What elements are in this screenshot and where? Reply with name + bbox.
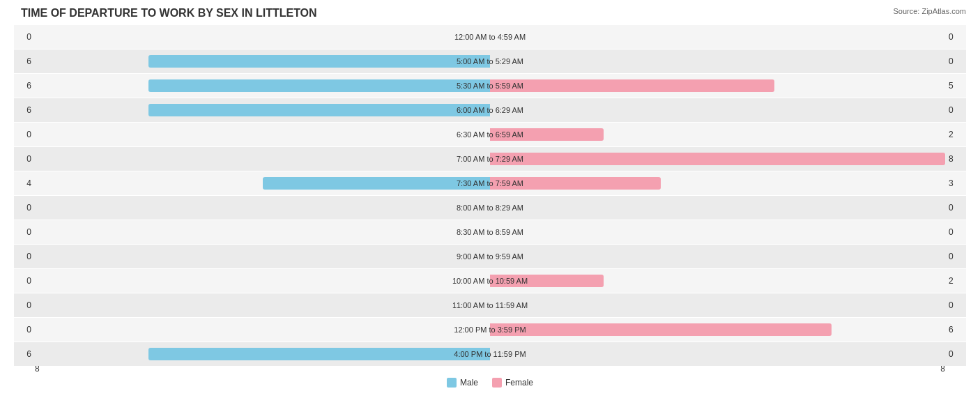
male-value: 6 — [14, 81, 35, 91]
male-value: 0 — [14, 252, 35, 261]
male-value: 0 — [14, 32, 35, 42]
male-bar — [148, 104, 490, 116]
female-value: 0 — [945, 227, 966, 237]
male-value: 6 — [14, 56, 35, 66]
legend-male-box — [447, 378, 457, 388]
female-value: 5 — [945, 81, 966, 91]
bars-area: 7:30 AM to 7:59 AM — [35, 171, 945, 195]
male-value: 0 — [14, 276, 35, 286]
time-label: 5:00 AM to 5:29 AM — [457, 57, 523, 66]
female-value: 8 — [945, 154, 966, 164]
legend-female-box — [492, 378, 502, 388]
legend: Male Female — [14, 378, 966, 388]
chart-row: 011:00 AM to 11:59 AM0 — [14, 293, 966, 317]
time-label: 8:00 AM to 8:29 AM — [457, 204, 523, 212]
male-value: 0 — [14, 154, 35, 164]
female-value: 0 — [945, 203, 966, 213]
time-label: 4:00 PM to 11:59 PM — [454, 350, 526, 358]
female-bar — [490, 323, 832, 336]
bars-area: 8:00 AM to 8:29 AM — [35, 196, 945, 220]
time-label: 7:30 AM to 7:59 AM — [457, 179, 523, 187]
chart-row: 08:00 AM to 8:29 AM0 — [14, 196, 966, 220]
chart-row: 08:30 AM to 8:59 AM0 — [14, 220, 966, 244]
chart-row: 06:30 AM to 6:59 AM2 — [14, 123, 966, 146]
chart-area: 012:00 AM to 4:59 AM065:00 AM to 5:29 AM… — [14, 25, 966, 362]
female-value: 0 — [945, 300, 966, 310]
female-value: 3 — [945, 178, 966, 188]
bars-area: 4:00 PM to 11:59 PM — [35, 342, 945, 366]
male-bar — [148, 348, 490, 360]
chart-row: 012:00 PM to 3:59 PM6 — [14, 318, 966, 342]
time-label: 9:00 AM to 9:59 AM — [457, 252, 523, 261]
legend-female: Female — [492, 378, 533, 388]
bars-area: 5:30 AM to 5:59 AM — [35, 74, 945, 98]
chart-row: 010:00 AM to 10:59 AM2 — [14, 269, 966, 293]
time-label: 6:00 AM to 6:29 AM — [457, 106, 523, 114]
chart-row: 65:00 AM to 5:29 AM0 — [14, 49, 966, 73]
chart-row: 64:00 PM to 11:59 PM0 — [14, 342, 966, 366]
male-value: 6 — [14, 349, 35, 359]
female-value: 2 — [945, 276, 966, 286]
female-value: 2 — [945, 130, 966, 139]
female-bar — [490, 79, 774, 92]
time-label: 7:00 AM to 7:29 AM — [457, 155, 523, 163]
bars-area: 9:00 AM to 9:59 AM — [35, 245, 945, 268]
time-label: 12:00 AM to 4:59 AM — [454, 33, 526, 41]
male-value: 0 — [14, 203, 35, 213]
male-value: 0 — [14, 325, 35, 335]
time-label: 10:00 AM to 10:59 AM — [452, 277, 528, 285]
chart-container: TIME OF DEPARTURE TO WORK BY SEX IN LITT… — [0, 0, 980, 414]
bars-area: 6:00 AM to 6:29 AM — [35, 98, 945, 122]
male-value: 6 — [14, 105, 35, 115]
legend-male-label: Male — [460, 378, 478, 388]
male-bar — [148, 79, 490, 92]
bars-area: 7:00 AM to 7:29 AM — [35, 147, 945, 171]
time-label: 11:00 AM to 11:59 AM — [452, 301, 528, 309]
male-value: 0 — [14, 300, 35, 310]
time-label: 6:30 AM to 6:59 AM — [457, 130, 523, 139]
female-bar — [490, 153, 945, 165]
bars-area: 10:00 AM to 10:59 AM — [35, 269, 945, 293]
female-value: 0 — [945, 32, 966, 42]
chart-row: 66:00 AM to 6:29 AM0 — [14, 98, 966, 122]
female-value: 0 — [945, 56, 966, 66]
bars-area: 5:00 AM to 5:29 AM — [35, 49, 945, 73]
chart-row: 65:30 AM to 5:59 AM5 — [14, 74, 966, 98]
male-value: 0 — [14, 130, 35, 139]
legend-male: Male — [447, 378, 478, 388]
bars-area: 8:30 AM to 8:59 AM — [35, 220, 945, 244]
time-label: 12:00 PM to 3:59 PM — [454, 325, 526, 334]
male-value: 4 — [14, 178, 35, 188]
time-label: 5:30 AM to 5:59 AM — [457, 82, 523, 90]
male-value: 0 — [14, 227, 35, 237]
chart-title: TIME OF DEPARTURE TO WORK BY SEX IN LITT… — [14, 7, 966, 20]
legend-female-label: Female — [505, 378, 533, 388]
female-value: 0 — [945, 252, 966, 261]
female-value: 0 — [945, 349, 966, 359]
chart-row: 012:00 AM to 4:59 AM0 — [14, 25, 966, 49]
time-label: 8:30 AM to 8:59 AM — [457, 228, 523, 236]
source-label: Source: ZipAtlas.com — [893, 7, 966, 15]
chart-row: 07:00 AM to 7:29 AM8 — [14, 147, 966, 171]
chart-row: 09:00 AM to 9:59 AM0 — [14, 245, 966, 268]
bars-area: 6:30 AM to 6:59 AM — [35, 123, 945, 146]
chart-row: 47:30 AM to 7:59 AM3 — [14, 171, 966, 195]
bars-area: 12:00 AM to 4:59 AM — [35, 25, 945, 49]
bars-area: 12:00 PM to 3:59 PM — [35, 318, 945, 342]
bars-area: 11:00 AM to 11:59 AM — [35, 293, 945, 317]
female-value: 0 — [945, 105, 966, 115]
male-bar — [148, 55, 490, 68]
female-value: 6 — [945, 325, 966, 335]
